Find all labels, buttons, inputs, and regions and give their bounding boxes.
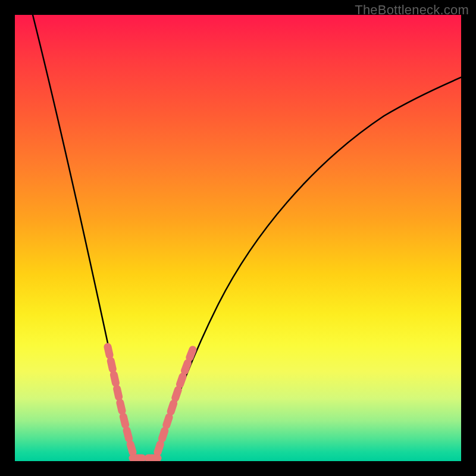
plot-area	[15, 15, 461, 461]
right-highlight-dots	[158, 348, 193, 452]
watermark-label: TheBottleneck.com	[355, 2, 469, 18]
chart-curves	[15, 15, 461, 461]
chart-frame: TheBottleneck.com	[0, 0, 476, 476]
left-highlight-dots	[108, 347, 133, 452]
right-curve	[155, 77, 461, 460]
